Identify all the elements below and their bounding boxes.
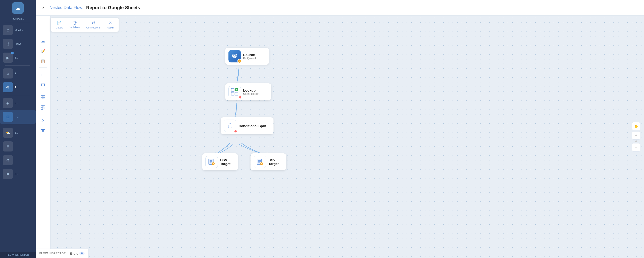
- header-subtitle: Nested Data Flow:: [50, 5, 84, 10]
- svg-line-22: [237, 67, 239, 84]
- sidebar-item-entity[interactable]: ◈ E...: [0, 96, 36, 110]
- csv-target-1-label: CSV Target: [220, 158, 235, 166]
- flow-inspector-bar: FLOW INSPECTOR Errors 0: [36, 249, 88, 258]
- plus-icon: +: [635, 133, 637, 138]
- errors-badge: Errors 0: [70, 252, 84, 255]
- lookup-node[interactable]: Lookup Users Report: [225, 83, 271, 100]
- sidebar-item-overview[interactable]: ‹ Overvie...: [0, 16, 36, 21]
- nested-label: R...: [15, 115, 33, 118]
- cloud-icon: ⛅: [3, 128, 13, 138]
- sidebar-item-monitor[interactable]: ⊙ Monitor: [0, 23, 36, 37]
- sidebar-divider-4: [5, 125, 30, 125]
- stop-icon: ⏹: [3, 169, 13, 179]
- source-node-sublabel: BigQuery1: [243, 57, 256, 60]
- warnings-icon: ⚠: [3, 68, 13, 78]
- sidebar-item-settings[interactable]: ⚙: [0, 153, 36, 167]
- svg-line-24: [236, 103, 237, 119]
- zoom-in-button[interactable]: +: [632, 131, 640, 140]
- sidebar-item-grid[interactable]: ⊞: [0, 140, 36, 153]
- hand-icon: ✋: [634, 124, 638, 129]
- sidebar-item-active[interactable]: ▶ S...: [0, 51, 36, 64]
- svg-marker-40: [230, 123, 231, 124]
- conditional-split-label: Conditional Split: [238, 124, 266, 128]
- canvas-wrapper: 📄 ...eters @ Variables ↺ Connections ✕ R…: [36, 15, 644, 258]
- result-icon: ✕: [109, 20, 112, 25]
- svg-point-29: [234, 55, 235, 56]
- nested-icon: ⊞: [3, 112, 13, 122]
- zoom-out-button[interactable]: −: [632, 143, 640, 152]
- hand-tool-button[interactable]: ✋: [632, 122, 640, 130]
- tool-divider-2: [38, 91, 47, 91]
- tool-branch-multi-icon[interactable]: [38, 80, 48, 89]
- tool-doc-icon[interactable]: 📝: [38, 46, 48, 55]
- csv-target-1-node[interactable]: CSV Target: [202, 153, 238, 170]
- svg-rect-10: [43, 95, 45, 97]
- minus-icon: −: [635, 145, 637, 149]
- svg-rect-14: [43, 105, 45, 107]
- tool-lookup-icon[interactable]: [38, 103, 48, 112]
- left-sidebar: ☁ ‹ Overvie... ⊙ Monitor ⇶ Flows ▶ S... …: [0, 0, 36, 258]
- errors-count: 0: [79, 252, 84, 255]
- source-node[interactable]: ↓ Source BigQuery1: [225, 48, 269, 65]
- main-area: × Nested Data Flow: Report to Google She…: [36, 0, 644, 258]
- svg-marker-42: [231, 127, 232, 128]
- sidebar-item-cloud[interactable]: ⛅ S...: [0, 126, 36, 140]
- source-node-label: Source: [243, 53, 256, 57]
- tool-branch-down-icon[interactable]: [38, 69, 48, 79]
- lookup-error-dot: [238, 96, 242, 99]
- tool-divider-1: [38, 67, 47, 68]
- monitor-label: Monitor: [15, 29, 33, 31]
- tool-doc-code-icon[interactable]: 📋: [38, 56, 48, 66]
- parameters-label: ...eters: [56, 26, 63, 29]
- svg-rect-30: [231, 88, 234, 91]
- svg-marker-41: [228, 127, 229, 128]
- errors-label: Errors: [70, 252, 78, 255]
- sidebar-divider-2: [5, 65, 30, 66]
- sidebar-item-run[interactable]: ◎ T...: [0, 80, 36, 94]
- tool-cloud-icon[interactable]: ☁: [38, 36, 48, 45]
- run-icon: ◎: [3, 82, 13, 92]
- sidebar-item-nested[interactable]: ⊞ R...: [0, 110, 36, 124]
- lookup-node-label: Lookup: [243, 88, 260, 92]
- flow-inspector-sidebar-label: FLOW INSPECTOR: [0, 252, 36, 258]
- tool-panel: 📄 ...eters @ Variables ↺ Connections ✕ R…: [36, 15, 50, 258]
- tool-filter-icon[interactable]: [38, 126, 48, 135]
- header: × Nested Data Flow: Report to Google She…: [36, 0, 644, 15]
- tool-formula-icon[interactable]: fx: [38, 116, 48, 125]
- active-icon: ▶: [3, 52, 13, 63]
- connections-label: Connections: [86, 26, 100, 29]
- tab-result[interactable]: ✕ Result: [104, 19, 117, 30]
- monitor-icon: ⊙: [3, 25, 13, 35]
- app-logo[interactable]: ☁: [12, 2, 24, 14]
- sidebar-divider-3: [5, 95, 30, 95]
- flow-connections-svg: [50, 15, 644, 258]
- svg-rect-13: [41, 105, 43, 107]
- entity-icon: ◈: [3, 98, 13, 108]
- sidebar-item-flows[interactable]: ⇶ Flows: [0, 37, 36, 51]
- stop-label: S...: [15, 173, 33, 175]
- csv-target-2-label: CSV Target: [268, 158, 283, 166]
- flow-inspector-label: FLOW INSPECTOR: [39, 252, 66, 255]
- csv-target-2-node[interactable]: CSV Target: [250, 153, 286, 170]
- tab-variables[interactable]: @ Variables: [67, 19, 83, 30]
- tool-grid-icon[interactable]: [38, 93, 48, 102]
- flow-canvas[interactable]: ↓ Source BigQuery1: [50, 15, 644, 258]
- tool-tabs-panel: 📄 ...eters @ Variables ↺ Connections ✕ R…: [50, 17, 119, 32]
- sidebar-item-stop[interactable]: ⏹ S...: [0, 167, 36, 181]
- parameters-icon: 📄: [57, 20, 62, 25]
- result-label: Result: [107, 26, 114, 29]
- svg-rect-12: [43, 98, 45, 99]
- sidebar-item-warnings[interactable]: ⚠ T...: [0, 67, 36, 80]
- close-button[interactable]: ×: [40, 4, 47, 11]
- tool-divider-3: [38, 114, 47, 114]
- tab-connections[interactable]: ↺ Connections: [84, 19, 103, 30]
- settings-icon: ⚙: [3, 155, 13, 165]
- close-icon: ×: [42, 5, 45, 10]
- svg-rect-18: [41, 129, 45, 130]
- tab-parameters[interactable]: 📄 ...eters: [53, 19, 66, 30]
- conditional-split-node[interactable]: Conditional Split: [221, 117, 274, 134]
- svg-rect-11: [41, 98, 43, 99]
- lookup-node-sublabel: Users Report: [243, 92, 260, 95]
- grid-icon: ⊞: [3, 141, 13, 152]
- cloud-label: S...: [15, 131, 33, 134]
